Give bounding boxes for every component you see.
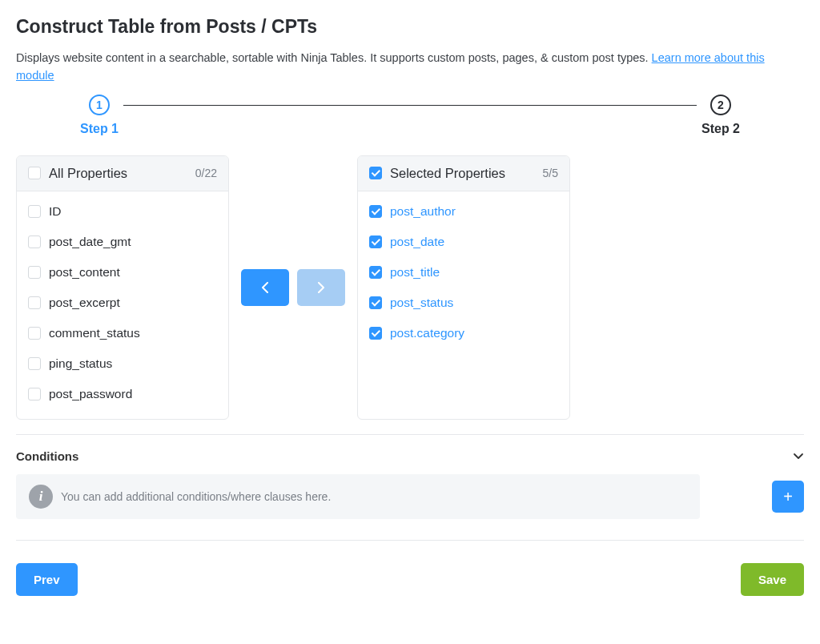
selected-properties-title: Selected Properties [390,166,535,181]
transfer-controls [229,155,357,420]
page-description: Displays website content in a searchable… [16,49,804,85]
list-item[interactable]: comment_status [17,318,228,348]
list-item[interactable]: ID [17,196,228,227]
chevron-down-icon [793,450,804,461]
move-left-button[interactable] [241,269,289,306]
item-label: comment_status [49,326,140,340]
item-checkbox[interactable] [28,357,41,370]
list-item[interactable]: ping_status [17,348,228,379]
step-1-label: Step 1 [80,122,119,136]
selected-properties-count: 5/5 [543,167,558,179]
transfer-widget: All Properties 0/22 IDpost_date_gmtpost_… [16,155,804,420]
item-label: ID [49,204,62,219]
step-2-label: Step 2 [701,122,740,136]
description-text: Displays website content in a searchable… [16,51,652,64]
item-checkbox[interactable] [28,388,41,400]
list-item[interactable]: post_date_gmt [17,227,228,257]
save-button[interactable]: Save [741,563,804,596]
list-item[interactable]: post_password [17,379,228,409]
item-label: post_status [390,296,453,310]
prev-button[interactable]: Prev [16,563,78,596]
step-2-circle: 2 [710,95,731,115]
item-checkbox[interactable] [369,205,382,218]
info-icon: i [29,485,53,509]
list-item[interactable]: post_excerpt [17,288,228,318]
move-right-button[interactable] [297,269,345,306]
item-label: post_content [49,265,120,280]
step-1[interactable]: 1 Step 1 [80,95,119,136]
list-item[interactable]: post_author [358,196,569,227]
conditions-help-text: You can add additional conditions/where … [61,490,331,503]
item-label: post_author [390,204,456,219]
all-properties-header: All Properties 0/22 [17,156,228,191]
item-checkbox[interactable] [28,266,41,279]
selected-properties-header: Selected Properties 5/5 [358,156,569,191]
item-checkbox[interactable] [369,296,382,309]
page-title: Construct Table from Posts / CPTs [16,16,804,38]
item-checkbox[interactable] [28,296,41,309]
item-checkbox[interactable] [28,205,41,218]
item-checkbox[interactable] [369,327,382,340]
all-properties-count: 0/22 [195,167,217,179]
list-item[interactable]: post_status [358,288,569,318]
list-item[interactable]: post_date [358,227,569,257]
item-label: post_date [390,235,444,249]
item-label: post_date_gmt [49,235,131,249]
step-2[interactable]: 2 Step 2 [701,95,740,136]
item-label: post_excerpt [49,296,120,310]
item-checkbox[interactable] [28,235,41,248]
conditions-help: i You can add additional conditions/wher… [16,474,700,519]
item-checkbox[interactable] [369,235,382,248]
conditions-heading: Conditions [16,449,78,463]
list-item[interactable]: post_content [17,257,228,288]
chevron-right-icon [317,282,325,293]
conditions-toggle[interactable]: Conditions [16,449,804,463]
selected-properties-checkbox[interactable] [369,167,382,179]
list-item[interactable]: post_title [358,257,569,288]
all-properties-title: All Properties [49,166,187,181]
chevron-left-icon [261,282,269,293]
conditions-section: Conditions i You can add additional cond… [16,434,804,530]
selected-properties-panel: Selected Properties 5/5 post_authorpost_… [357,155,570,420]
all-properties-list: IDpost_date_gmtpost_contentpost_excerptc… [17,191,228,414]
conditions-row: i You can add additional conditions/wher… [16,474,804,519]
item-label: post_password [49,387,132,401]
step-1-circle: 1 [89,95,110,115]
all-properties-panel: All Properties 0/22 IDpost_date_gmtpost_… [16,155,229,420]
item-checkbox[interactable] [28,327,41,340]
item-label: post_title [390,265,440,280]
item-label: post.category [390,326,464,340]
add-condition-button[interactable]: + [772,481,804,513]
step-connector [123,105,697,106]
item-checkbox[interactable] [369,266,382,279]
list-item[interactable]: post.category [358,318,569,348]
item-label: ping_status [49,356,112,371]
all-properties-checkbox[interactable] [28,167,41,179]
selected-properties-list: post_authorpost_datepost_titlepost_statu… [358,191,569,353]
footer-actions: Prev Save [16,540,804,596]
stepper: 1 Step 1 2 Step 2 [16,95,804,136]
